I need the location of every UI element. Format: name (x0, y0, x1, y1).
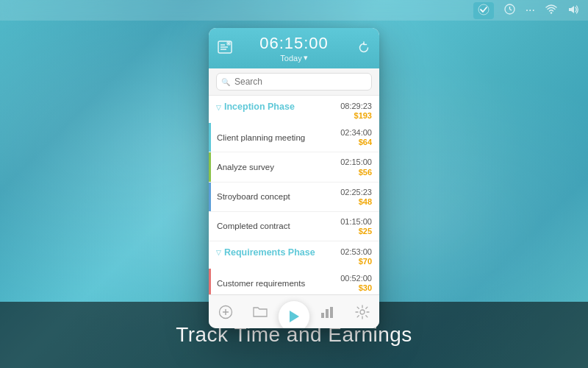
task-content: Completed contract 01:15:00 $25 (211, 212, 379, 241)
phase-left: ▽ Requirements Phase (216, 247, 315, 258)
header-center: 06:15:00 Today ▾ (259, 35, 329, 63)
volume-icon (567, 4, 579, 17)
phase-left: ▽ Inception Phase (216, 102, 295, 112)
desktop: ··· (0, 0, 588, 368)
svg-marker-15 (290, 311, 299, 322)
task-item[interactable]: Stroyboard concept 02:25:23 $48 (209, 183, 379, 212)
app-footer (209, 294, 379, 328)
task-earnings: $48 (340, 197, 372, 206)
phase-inception-name: Inception Phase (224, 102, 295, 112)
task-name: Analyze survey (217, 163, 274, 171)
svg-line-3 (509, 10, 512, 11)
task-time: 02:15:00 (340, 158, 372, 167)
task-right: 02:34:00 $64 (340, 128, 372, 146)
checkmark-icon (473, 2, 494, 19)
task-list: ▽ Inception Phase 08:29:23 $193 Client p… (209, 96, 379, 294)
task-time: 02:25:23 (340, 188, 372, 197)
play-button[interactable] (278, 300, 310, 329)
task-time: 02:34:00 (340, 128, 372, 138)
header-date: Today ▾ (259, 53, 329, 63)
app-window: 06:15:00 Today ▾ (209, 28, 379, 328)
phase-requirements-header: ▽ Requirements Phase 02:53:00 $70 (209, 241, 379, 269)
phase-inception-time: 08:29:23 (340, 102, 372, 111)
wifi-icon (545, 4, 557, 16)
phase-inception-earnings: $193 (340, 111, 372, 120)
svg-point-19 (360, 310, 365, 314)
refresh-button[interactable] (353, 41, 370, 57)
task-item[interactable]: Analyze survey 02:15:00 $56 (209, 152, 379, 182)
svg-line-11 (229, 43, 229, 44)
ellipsis-icon: ··· (526, 4, 535, 17)
task-content: Customer requirements 00:52:00 $30 (211, 269, 379, 294)
phase-requirements-name: Requirements Phase (224, 247, 315, 258)
task-item[interactable]: Client planning meeting 02:34:00 $64 (209, 123, 379, 152)
svg-rect-16 (321, 313, 324, 318)
task-name: Stroyboard concept (217, 192, 290, 201)
reports-icon (218, 40, 235, 57)
svg-marker-5 (569, 6, 574, 13)
task-right: 02:15:00 $56 (340, 158, 372, 176)
phase-chevron-icon: ▽ (216, 249, 221, 256)
task-time: 00:52:00 (340, 274, 372, 283)
phase-requirements-time: 02:53:00 (340, 247, 372, 257)
header-time: 06:15:00 (259, 35, 329, 52)
phase-requirements-right: 02:53:00 $70 (340, 247, 372, 266)
folder-button[interactable] (243, 295, 276, 328)
search-bar (209, 68, 379, 96)
settings-button[interactable] (345, 295, 379, 328)
task-name: Customer requirements (217, 279, 305, 288)
app-header: 06:15:00 Today ▾ (209, 28, 379, 68)
task-content: Analyze survey 02:15:00 $56 (211, 152, 379, 181)
svg-point-0 (478, 4, 489, 15)
task-item[interactable]: Completed contract 01:15:00 $25 (209, 212, 379, 241)
add-button[interactable] (209, 295, 243, 328)
svg-rect-18 (330, 307, 333, 318)
task-time: 01:15:00 (340, 217, 372, 227)
phase-inception-header: ▽ Inception Phase 08:29:23 $193 (209, 96, 379, 123)
phase-inception-right: 08:29:23 $193 (340, 102, 372, 120)
task-item[interactable]: Customer requirements 00:52:00 $30 (209, 269, 379, 294)
menubar-icons: ··· (473, 2, 579, 19)
task-name: Completed contract (217, 222, 290, 230)
charts-button[interactable] (311, 295, 345, 328)
task-content: Stroyboard concept 02:25:23 $48 (211, 183, 379, 211)
clock-icon (504, 4, 515, 17)
task-right: 00:52:00 $30 (340, 274, 372, 292)
phase-chevron-icon: ▽ (216, 104, 221, 111)
task-earnings: $30 (340, 283, 372, 292)
phase-requirements-earnings: $70 (340, 257, 372, 266)
task-right: 02:25:23 $48 (340, 188, 372, 206)
svg-rect-17 (326, 309, 329, 318)
task-right: 01:15:00 $25 (340, 217, 372, 236)
menubar: ··· (0, 0, 588, 21)
task-earnings: $56 (340, 168, 372, 177)
task-earnings: $64 (340, 138, 372, 146)
task-content: Client planning meeting 02:34:00 $64 (211, 123, 379, 152)
task-name: Client planning meeting (217, 133, 305, 142)
svg-point-4 (551, 12, 552, 13)
search-wrapper (216, 73, 372, 91)
task-earnings: $25 (340, 227, 372, 236)
search-input[interactable] (216, 73, 372, 91)
